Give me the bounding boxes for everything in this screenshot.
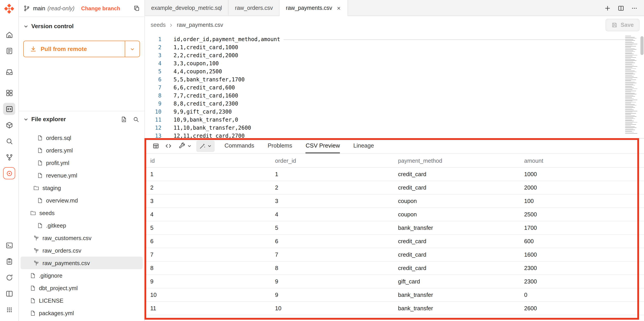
code-line[interactable]: 5,5,bank_transfer,1700 [174,76,625,84]
dbt-assist-icon[interactable] [3,167,15,179]
minimap-line [625,54,634,54]
minimap-line [625,76,634,76]
code-line[interactable]: 4,4,coupon,2500 [174,68,625,76]
file-orders.sql[interactable]: orders.sql [20,132,143,144]
dashboard-icon[interactable] [3,87,15,99]
terminal-icon[interactable] [3,239,15,251]
add-tab-icon[interactable] [604,5,611,12]
minimap[interactable] [625,34,639,138]
more-options-icon[interactable] [631,5,638,12]
apps-icon[interactable] [3,304,15,316]
results-table-icon[interactable] [149,140,162,152]
breadcrumb-parent[interactable]: seeds [151,22,166,28]
branch-bar: main (read-only) Change branch [19,0,144,17]
column-header-payment_method: payment_method [398,157,524,164]
minimap-line [625,52,635,52]
history-icon[interactable] [3,271,15,284]
warehouse-icon[interactable] [3,66,15,78]
file-icon [37,222,43,228]
tab-example_develop_metric.sql[interactable]: example_develop_metric.sql [145,0,229,16]
file-raw_customers.csv[interactable]: raw_customers.csv [20,232,143,244]
breadcrumb-current: raw_payments.csv [177,22,223,28]
minimap-line [625,103,631,103]
minimap-line [625,49,636,50]
layout-icon[interactable] [3,288,15,300]
file-raw_orders.csv[interactable]: raw_orders.csv [20,244,143,256]
seed-icon [33,260,39,266]
minimap-line [625,79,636,80]
code-line[interactable]: 6,6,credit_card,600 [174,84,625,92]
search-icon[interactable] [133,116,139,122]
code-line[interactable]: 8,8,credit_card,2300 [174,100,625,108]
version-control-header[interactable]: Version control [19,17,144,33]
code-view-icon[interactable] [162,140,174,152]
cube-icon[interactable] [3,119,15,131]
code-line[interactable]: 7,7,credit_card,1600 [174,92,625,100]
file-profit.yml[interactable]: profit.yml [20,156,143,169]
code-content[interactable]: id,order_id,payment_method,amount1,1,cre… [164,34,625,138]
code-line[interactable]: 10,9,bank_transfer,0 [174,116,625,124]
file-overview.md[interactable]: overview.md [20,194,143,206]
panel-tab-problems[interactable]: Problems [268,138,292,153]
code-line[interactable]: 3,3,coupon,100 [174,60,625,68]
file-dbt_project.yml[interactable]: dbt_project.yml [20,282,143,294]
panel-tab-lineage[interactable]: Lineage [353,138,374,153]
minimap-line [625,46,636,46]
save-button[interactable]: Save [606,19,640,31]
file-icon [37,172,43,178]
file-LICENSE[interactable]: LICENSE [20,294,143,307]
cell: 8 [275,265,398,271]
tab-raw_payments.csv[interactable]: raw_payments.csv [280,0,348,16]
panel-tab-csv-preview[interactable]: CSV Preview [306,138,340,153]
tasks-icon[interactable] [3,255,15,267]
minimap-line [625,47,631,48]
file-seeds[interactable]: seeds [20,206,143,219]
tab-label: raw_payments.csv [286,5,332,11]
close-tab-icon[interactable] [336,6,341,10]
code-line[interactable]: 11,10,bank_transfer,2600 [174,124,625,132]
copy-icon[interactable] [133,5,140,12]
ide-icon[interactable] [3,103,15,115]
save-label: Save [621,22,634,28]
code-line[interactable]: 2,2,credit_card,2000 [174,52,625,60]
file-.gitkeep[interactable]: .gitkeep [20,219,143,232]
new-file-icon[interactable] [121,116,127,122]
explore-icon[interactable] [3,135,15,147]
file-packages.yml[interactable]: packages.yml [20,307,143,319]
catalog-icon[interactable] [3,45,15,57]
file-explorer-header[interactable]: File explorer [19,111,144,126]
ai-assist-menu[interactable] [196,140,215,152]
home-icon[interactable] [3,28,15,41]
file-orders.yml[interactable]: orders.yml [20,144,143,156]
chevron-down-icon [187,144,192,148]
tab-raw_orders.csv[interactable]: raw_orders.csv [229,0,280,16]
file-icon [37,198,43,203]
change-branch-link[interactable]: Change branch [81,5,120,12]
code-line[interactable]: id,order_id,payment_method,amount [174,35,625,43]
csv-body: 11credit_card100022credit_card200033coup… [145,168,644,315]
panel-tab-commands[interactable]: Commands [224,138,254,153]
editor-scrollbar[interactable] [640,36,644,55]
split-editor-icon[interactable] [618,5,624,12]
code-line[interactable]: 1,1,credit_card,1000 [174,43,625,52]
minimap-line [625,87,634,88]
code-line[interactable]: 12,11,credit_card,2700 [174,132,625,138]
minimap-line [625,133,637,134]
minimap-line [625,97,632,98]
build-menu[interactable] [176,140,194,152]
code-editor[interactable]: 12345678910111213 id,order_id,payment_me… [145,34,644,138]
pull-from-remote-button[interactable]: Pull from remote [23,41,140,57]
file-revenue.yml[interactable]: revenue.yml [20,169,143,182]
file-raw_payments.csv[interactable]: raw_payments.csv [20,256,143,269]
git-fork-icon[interactable] [3,151,15,163]
branch-mode: (read-only) [48,5,74,12]
file-.gitignore[interactable]: .gitignore [20,269,143,282]
minimap-line [625,93,634,93]
pull-options-caret[interactable] [125,41,140,57]
minimap-line [625,80,631,81]
code-line[interactable]: 9,9,gift_card,2300 [174,108,625,116]
minimap-line [625,115,634,116]
table-row: 99gift_card2300 [145,275,644,288]
file-staging[interactable]: staging [20,182,143,194]
file-label: .gitignore [39,272,62,279]
